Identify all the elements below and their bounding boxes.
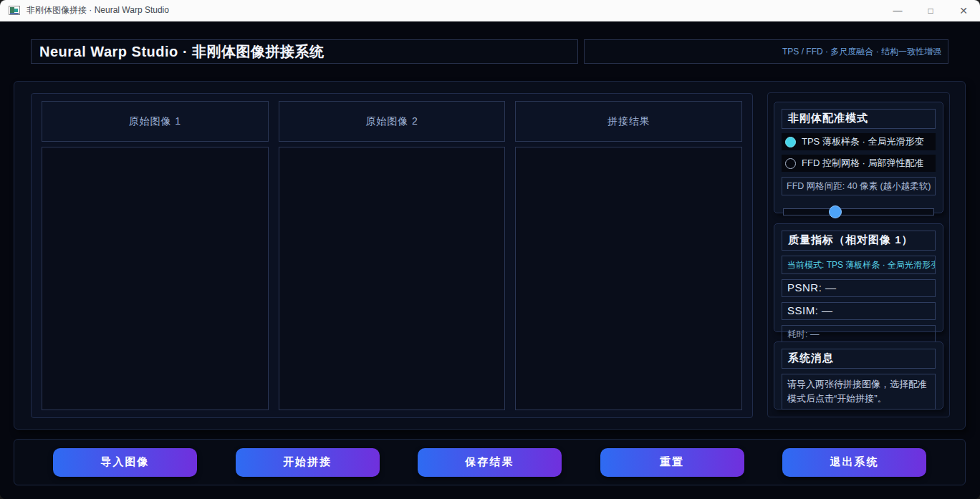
ffd-spacing-label: FFD 网格间距: 40 像素 (越小越柔软) xyxy=(787,181,931,191)
radio-tps-label: TPS 薄板样条 · 全局光滑形变 xyxy=(802,135,923,148)
system-message-box: 请导入两张待拼接图像，选择配准模式后点击“开始拼接”。 xyxy=(782,374,936,410)
slider-track[interactable] xyxy=(783,208,934,215)
panel-source-2: 原始图像 2 xyxy=(279,101,506,410)
minimize-button[interactable]: — xyxy=(881,0,914,21)
save-result-button[interactable]: 保存结果 xyxy=(418,448,562,477)
panel-header-result: 拼接结果 xyxy=(515,101,742,142)
reset-button[interactable]: 重置 xyxy=(600,448,744,477)
sidebar: 非刚体配准模式 TPS 薄板样条 · 全局光滑形变 FFD 控制网格 · 局部弹… xyxy=(767,92,950,417)
current-mode-value: 当前模式: TPS 薄板样条 · 全局光滑形变 xyxy=(787,260,936,270)
panel-header-source-1: 原始图像 1 xyxy=(42,101,269,142)
header-title-box: Neural Warp Studio · 非刚体图像拼接系统 xyxy=(31,39,578,64)
panel-source-1: 原始图像 1 xyxy=(42,101,269,410)
system-message-section: 系统消息 请导入两张待拼接图像，选择配准模式后点击“开始拼接”。 xyxy=(774,341,943,410)
quality-metrics-section: 质量指标（相对图像 1） 当前模式: TPS 薄板样条 · 全局光滑形变 PSN… xyxy=(774,223,943,332)
ssim-value: SSIM: — xyxy=(787,304,833,316)
ffd-slider-handle[interactable] xyxy=(829,205,842,218)
app-icon xyxy=(9,6,20,15)
radio-ffd[interactable]: FFD 控制网格 · 局部弹性配准 xyxy=(782,155,936,172)
app-canvas: Neural Warp Studio · 非刚体图像拼接系统 TPS / FFD… xyxy=(0,21,980,499)
system-message-text: 请导入两张待拼接图像，选择配准模式后点击“开始拼接”。 xyxy=(787,379,927,404)
titlebar: 非刚体图像拼接 · Neural Warp Studio — □ ✕ xyxy=(0,0,980,21)
ffd-spacing-slider[interactable] xyxy=(782,205,936,218)
message-section-title-box: 系统消息 xyxy=(782,349,936,369)
panel-label: 原始图像 2 xyxy=(365,115,418,128)
panel-header-source-2: 原始图像 2 xyxy=(279,101,506,142)
mode-section-title: 非刚体配准模式 xyxy=(788,112,868,124)
image-canvas-source-1[interactable] xyxy=(42,147,269,410)
registration-mode-section: 非刚体配准模式 TPS 薄板样条 · 全局光滑形变 FFD 控制网格 · 局部弹… xyxy=(774,102,943,213)
current-mode-box: 当前模式: TPS 薄板样条 · 全局光滑形变 xyxy=(782,256,936,274)
header-subtitle-box: TPS / FFD · 多尺度融合 · 结构一致性增强 xyxy=(584,39,948,64)
radio-ffd-label: FFD 控制网格 · 局部弹性配准 xyxy=(802,157,923,170)
panel-label: 拼接结果 xyxy=(607,115,650,128)
page-title: Neural Warp Studio · 非刚体图像拼接系统 xyxy=(39,42,325,62)
ffd-spacing-label-box: FFD 网格间距: 40 像素 (越小越柔软) xyxy=(782,177,936,195)
panel-label: 原始图像 1 xyxy=(128,115,181,128)
header-subtitle: TPS / FFD · 多尺度融合 · 结构一致性增强 xyxy=(782,46,941,58)
metrics-section-title-box: 质量指标（相对图像 1） xyxy=(782,231,936,251)
mode-section-title-box: 非刚体配准模式 xyxy=(782,109,936,129)
import-images-button[interactable]: 导入图像 xyxy=(53,448,197,477)
action-bar: 导入图像 开始拼接 保存结果 重置 退出系统 xyxy=(14,439,966,485)
close-button[interactable]: ✕ xyxy=(947,0,980,21)
radio-tps-icon xyxy=(785,137,796,147)
window-title: 非刚体图像拼接 · Neural Warp Studio xyxy=(27,4,169,16)
panel-result: 拼接结果 xyxy=(515,101,742,410)
psnr-box: PSNR: — xyxy=(782,279,936,297)
maximize-button[interactable]: □ xyxy=(914,0,947,21)
image-canvas-source-2[interactable] xyxy=(279,147,506,410)
elapsed-value: 耗时: — xyxy=(787,329,819,339)
psnr-value: PSNR: — xyxy=(787,281,837,294)
image-canvas-result[interactable] xyxy=(515,147,742,410)
image-panels-group: 原始图像 1 原始图像 2 拼接结果 xyxy=(31,93,753,418)
radio-ffd-icon xyxy=(785,158,796,169)
ssim-box: SSIM: — xyxy=(782,302,936,320)
metrics-section-title: 质量指标（相对图像 1） xyxy=(788,233,913,246)
window-controls: — □ ✕ xyxy=(881,0,980,21)
start-stitch-button[interactable]: 开始拼接 xyxy=(236,448,380,477)
main-container: 原始图像 1 原始图像 2 拼接结果 xyxy=(14,81,966,430)
radio-tps[interactable]: TPS 薄板样条 · 全局光滑形变 xyxy=(782,133,936,150)
exit-button[interactable]: 退出系统 xyxy=(782,448,926,477)
message-section-title: 系统消息 xyxy=(788,352,834,364)
app-window: 非刚体图像拼接 · Neural Warp Studio — □ ✕ Neura… xyxy=(0,0,980,499)
